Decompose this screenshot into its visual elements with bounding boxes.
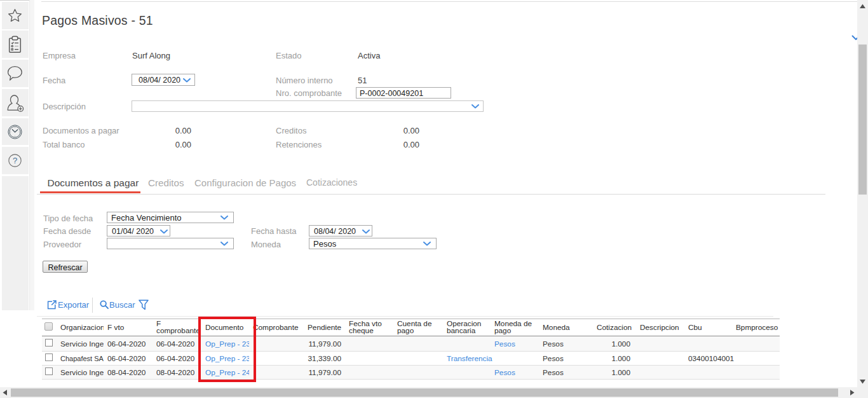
svg-text:?: ? — [13, 156, 17, 165]
